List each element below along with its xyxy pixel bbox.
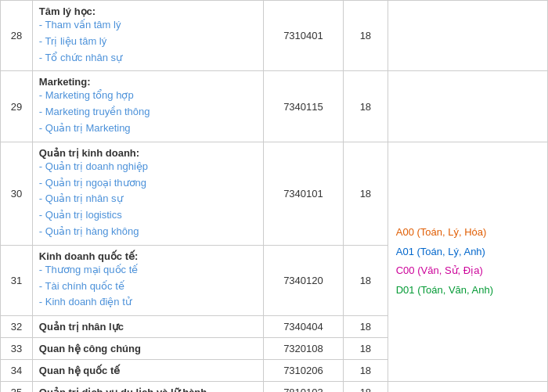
major-main-name: Quản trị dịch vụ du lịch và lữ hành <box>39 387 207 392</box>
major-code: 7810103 <box>263 382 343 392</box>
major-code: 7340120 <box>263 245 343 315</box>
row-number: 28 <box>1 1 33 71</box>
admissions-table: 28Tâm lý học:- Tham vấn tâm lý- Trị liệu… <box>0 0 548 392</box>
row-number: 31 <box>1 245 33 315</box>
major-name-cell: Quản trị kinh doanh:- Quản trị doanh ngh… <box>32 142 263 245</box>
sub-name-item: - Tài chính quốc tế <box>39 279 257 295</box>
admission-score: 18 <box>344 71 388 142</box>
major-sub-names: - Tham vấn tâm lý- Trị liệu tâm lý- Tổ c… <box>39 17 257 66</box>
admission-score: 18 <box>344 245 388 315</box>
sub-name-item: - Marketing tổng hợp <box>39 88 257 104</box>
major-name-cell: Quan hệ công chúng <box>32 338 263 360</box>
subject-groups-cell-empty <box>388 382 547 392</box>
major-main-name: Quan hệ công chúng <box>39 343 141 354</box>
subject-group-item: A01 (Toán, Lý, Anh) <box>396 243 539 262</box>
sub-name-item: - Quản trị hàng không <box>39 224 257 240</box>
major-code: 7310401 <box>263 1 343 71</box>
table-row: 30Quản trị kinh doanh:- Quản trị doanh n… <box>1 142 548 245</box>
admission-score: 18 <box>344 1 388 71</box>
sub-name-item: - Quản trị nhân sự <box>39 191 257 207</box>
major-name-cell: Quản trị nhân lực <box>32 316 263 338</box>
sub-name-item: - Quản trị logistics <box>39 207 257 224</box>
major-main-name: Quản trị nhân lực <box>39 321 124 333</box>
major-code: 7340404 <box>263 316 343 338</box>
major-main-name: Quản trị kinh doanh: <box>39 147 139 159</box>
major-name-cell: Marketing:- Marketing tổng hợp- Marketin… <box>32 71 263 142</box>
major-code: 7340115 <box>263 71 343 142</box>
sub-name-item: - Quản trị Marketing <box>39 120 257 137</box>
subject-groups-cell: A00 (Toán, Lý, Hóa)A01 (Toán, Lý, Anh)C0… <box>388 142 547 381</box>
subject-groups-cell-empty <box>388 1 547 71</box>
major-name-cell: Quan hệ quốc tế <box>32 360 263 382</box>
major-sub-names: - Quản trị doanh nghiệp- Quản trị ngoại … <box>39 159 257 240</box>
major-code: 7340101 <box>263 142 343 245</box>
table-row: 28Tâm lý học:- Tham vấn tâm lý- Trị liệu… <box>1 1 548 71</box>
row-number: 33 <box>1 338 33 360</box>
major-name-cell: Kinh doanh quốc tế:- Thương mại quốc tế-… <box>32 245 263 315</box>
sub-name-item: - Quản trị doanh nghiệp <box>39 159 257 175</box>
table-row: 29Marketing:- Marketing tổng hợp- Market… <box>1 71 548 142</box>
major-main-name: Kinh doanh quốc tế: <box>39 250 138 262</box>
subject-group-item: D01 (Toán, Văn, Anh) <box>396 281 539 300</box>
admission-score: 18 <box>344 338 388 360</box>
subject-group-item: C00 (Văn, Sử, Địa) <box>396 261 539 281</box>
subject-groups-list: A00 (Toán, Lý, Hóa)A01 (Toán, Lý, Anh)C0… <box>396 223 539 300</box>
admission-score: 18 <box>344 382 388 392</box>
sub-name-item: - Tham vấn tâm lý <box>39 17 257 34</box>
subject-groups-cell-empty <box>388 71 547 142</box>
major-main-name: Tâm lý học: <box>39 5 96 17</box>
subject-group-item: A00 (Toán, Lý, Hóa) <box>396 223 539 243</box>
sub-name-item: - Thương mại quốc tế <box>39 262 257 279</box>
major-name-cell: Quản trị dịch vụ du lịch và lữ hành <box>32 382 263 392</box>
row-number: 34 <box>1 360 33 382</box>
admission-score: 18 <box>344 360 388 382</box>
sub-name-item: - Trị liệu tâm lý <box>39 34 257 50</box>
major-sub-names: - Marketing tổng hợp- Marketing truyền t… <box>39 88 257 136</box>
sub-name-item: - Marketing truyền thông <box>39 104 257 120</box>
row-number: 35 <box>1 382 33 392</box>
major-main-name: Quan hệ quốc tế <box>39 365 120 376</box>
major-main-name: Marketing: <box>39 76 91 88</box>
row-number: 32 <box>1 316 33 338</box>
major-code: 7320108 <box>263 338 343 360</box>
row-number: 30 <box>1 142 33 245</box>
major-name-cell: Tâm lý học:- Tham vấn tâm lý- Trị liệu t… <box>32 1 263 71</box>
major-sub-names: - Thương mại quốc tế- Tài chính quốc tế-… <box>39 262 257 311</box>
table-row: 35Quản trị dịch vụ du lịch và lữ hành781… <box>1 382 548 392</box>
sub-name-item: - Kinh doanh điện tử <box>39 294 257 311</box>
row-number: 29 <box>1 71 33 142</box>
sub-name-item: - Tổ chức nhân sự <box>39 50 257 67</box>
admission-score: 18 <box>344 316 388 338</box>
main-container: 28Tâm lý học:- Tham vấn tâm lý- Trị liệu… <box>0 0 548 392</box>
sub-name-item: - Quản trị ngoại thương <box>39 175 257 192</box>
admission-score: 18 <box>344 142 388 245</box>
major-code: 7310206 <box>263 360 343 382</box>
